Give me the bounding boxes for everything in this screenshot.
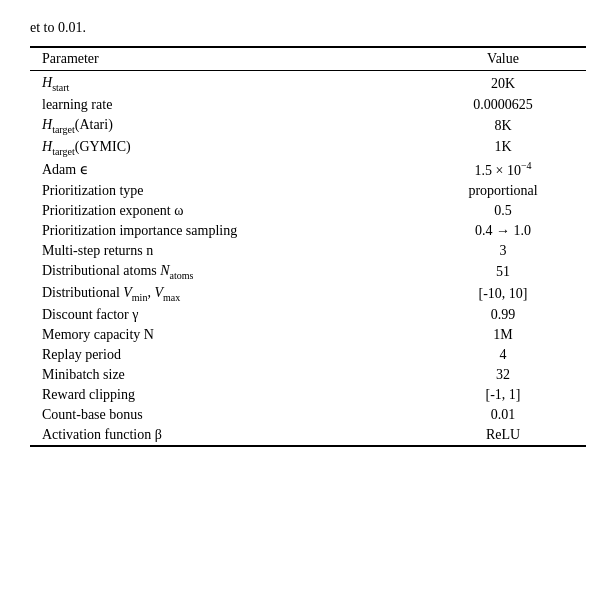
column-header-value: Value — [420, 47, 586, 71]
table-row: Activation function βReLU — [30, 425, 586, 446]
table-row: Prioritization importance sampling0.4 → … — [30, 221, 586, 241]
table-row: Replay period4 — [30, 345, 586, 365]
value-cell: [-10, 10] — [420, 283, 586, 305]
value-cell: 1.5 × 10−4 — [420, 158, 586, 181]
value-cell: 0.4 → 1.0 — [420, 221, 586, 241]
intro-text: et to 0.01. — [30, 20, 586, 36]
value-cell: 3 — [420, 241, 586, 261]
table-row: Htarget(Atari)8K — [30, 115, 586, 137]
table-row: learning rate0.0000625 — [30, 95, 586, 115]
column-header-parameter: Parameter — [30, 47, 420, 71]
parameter-cell: Count-base bonus — [30, 405, 420, 425]
parameter-cell: Activation function β — [30, 425, 420, 446]
value-cell: 0.99 — [420, 305, 586, 325]
parameter-cell: Htarget(Atari) — [30, 115, 420, 137]
table-row: Memory capacity N1M — [30, 325, 586, 345]
parameter-table: Parameter Value Hstart20Klearning rate0.… — [30, 46, 586, 447]
value-cell: ReLU — [420, 425, 586, 446]
parameter-cell: Prioritization type — [30, 181, 420, 201]
parameter-cell: learning rate — [30, 95, 420, 115]
table-row: Multi-step returns n3 — [30, 241, 586, 261]
parameter-cell: Prioritization exponent ω — [30, 201, 420, 221]
value-cell: 0.0000625 — [420, 95, 586, 115]
parameter-cell: Replay period — [30, 345, 420, 365]
table-row: Discount factor γ0.99 — [30, 305, 586, 325]
table-row: Prioritization typeproportional — [30, 181, 586, 201]
table-row: Reward clipping[-1, 1] — [30, 385, 586, 405]
value-cell: 20K — [420, 71, 586, 95]
parameter-cell: Memory capacity N — [30, 325, 420, 345]
value-cell: 1M — [420, 325, 586, 345]
table-row: Count-base bonus0.01 — [30, 405, 586, 425]
value-cell: [-1, 1] — [420, 385, 586, 405]
value-cell: 4 — [420, 345, 586, 365]
table-row: Prioritization exponent ω0.5 — [30, 201, 586, 221]
parameter-cell: Discount factor γ — [30, 305, 420, 325]
value-cell: 0.5 — [420, 201, 586, 221]
parameter-cell: Multi-step returns n — [30, 241, 420, 261]
value-cell: 1K — [420, 137, 586, 159]
parameter-cell: Distributional Vmin, Vmax — [30, 283, 420, 305]
table-row: Htarget(GYMIC)1K — [30, 137, 586, 159]
table-row: Distributional atoms Natoms51 — [30, 261, 586, 283]
value-cell: 32 — [420, 365, 586, 385]
parameter-cell: Minibatch size — [30, 365, 420, 385]
table-row: Minibatch size32 — [30, 365, 586, 385]
parameter-cell: Distributional atoms Natoms — [30, 261, 420, 283]
value-cell: 51 — [420, 261, 586, 283]
table-row: Distributional Vmin, Vmax[-10, 10] — [30, 283, 586, 305]
value-cell: proportional — [420, 181, 586, 201]
parameter-cell: Adam ϵ — [30, 158, 420, 181]
parameter-cell: Hstart — [30, 71, 420, 95]
parameter-cell: Htarget(GYMIC) — [30, 137, 420, 159]
value-cell: 8K — [420, 115, 586, 137]
value-cell: 0.01 — [420, 405, 586, 425]
parameter-cell: Prioritization importance sampling — [30, 221, 420, 241]
table-row: Adam ϵ1.5 × 10−4 — [30, 158, 586, 181]
parameter-cell: Reward clipping — [30, 385, 420, 405]
table-row: Hstart20K — [30, 71, 586, 95]
